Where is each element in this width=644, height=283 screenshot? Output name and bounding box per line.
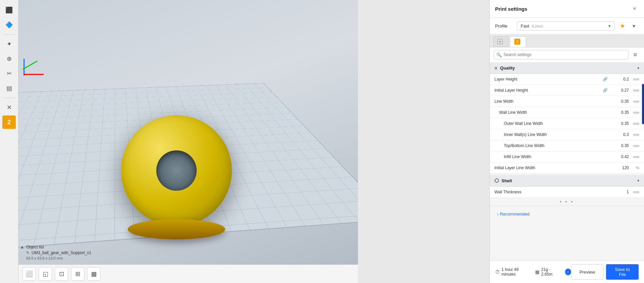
info-button[interactable]: i [565, 269, 571, 275]
setting-unit-outer-wall-line-width: mm [631, 122, 639, 126]
setting-name-wall-line-width: Wall Line Width [494, 110, 603, 115]
print-settings-panel: Print settings × Profile Fast 0.2mm ▾ ★ … [489, 0, 644, 283]
profile-dropdown-button[interactable]: ▾ [629, 21, 639, 31]
recommended-button[interactable]: ‹ Recommended [494, 210, 532, 218]
quality-section-icon: ≡ [494, 65, 497, 71]
save-to-file-button[interactable]: Save to File [606, 264, 639, 280]
layer-view-button[interactable]: ▤ [2, 82, 16, 95]
donut-rim [128, 219, 225, 239]
link-icon-layer-height[interactable]: 🔗 [603, 77, 608, 82]
setting-name-outer-wall-line-width: Outer Wall Line Width [494, 121, 603, 126]
setting-unit-initial-layer-line-width: % [631, 166, 639, 170]
search-bar: 🔍 ≡ [490, 47, 644, 62]
setting-name-line-width: Line Width [494, 99, 603, 104]
2d-view-button[interactable]: ◱ [39, 267, 52, 281]
setting-row-layer-height: Layer Height 🔗 mm [490, 74, 644, 85]
badge-tool-wrapper: 2 [2, 115, 16, 129]
preview-button[interactable]: Preview [571, 264, 603, 280]
profile-star-button[interactable]: ★ [618, 21, 627, 31]
axis-x [24, 74, 44, 75]
delete-tool-button[interactable]: ✕ [2, 101, 16, 114]
setting-row-initial-layer-line-width: Initial Layer Line Width 🔗 % [490, 162, 644, 174]
estimate-row: ⏱ 1 hour 49 minutes ▦ 21g · 2.65m i [495, 267, 571, 277]
arrange-button[interactable]: ⊞ [71, 267, 84, 281]
setting-value-wall-line-width[interactable] [610, 109, 631, 116]
profile-dropdown-icon: ▾ [608, 23, 611, 29]
object-filename: UM3_ball_gear_with_Support_v1 [32, 250, 91, 255]
split-tool-button[interactable]: ✂ [2, 67, 16, 80]
3d-viewport[interactable]: ▲ Object list ✎ UM3_ball_gear_with_Suppo… [0, 0, 358, 283]
setting-value-line-width[interactable] [610, 98, 631, 105]
shape-tool-button[interactable]: 🔷 [2, 18, 16, 32]
setting-name-initial-layer-height: Initial Layer Height [494, 88, 603, 93]
setting-value-topbottom-line-width[interactable] [610, 142, 631, 149]
action-buttons: Preview Save to File [571, 264, 639, 280]
recommended-bar: ‹ Recommended [490, 206, 644, 222]
setting-unit-topbottom-line-width: mm [631, 144, 639, 148]
profile-row: Profile Fast 0.2mm ▾ ★ ▾ [490, 18, 644, 34]
profile-value: Fast [521, 23, 529, 29]
setting-unit-infill-line-width: mm [631, 155, 639, 159]
tab-1[interactable]: × [493, 36, 509, 47]
panel-title: Print settings [495, 6, 527, 12]
merge-tool-button[interactable]: ✦ [2, 37, 16, 51]
setting-name-inner-wall-line-width: Inner Wall(s) Line Width [494, 132, 603, 137]
setting-value-inner-wall-line-width[interactable] [610, 131, 631, 138]
setting-unit-initial-layer-height: mm [631, 88, 639, 92]
setting-unit-wall-line-width: mm [631, 110, 639, 114]
tab-bar: × 2 [490, 34, 644, 47]
quality-section-label-group: ≡ Quality [494, 65, 515, 71]
settings-content[interactable]: ≡ Quality ▾ Layer Height 🔗 mm Initial La… [490, 62, 644, 261]
panel-header: Print settings × [490, 0, 644, 18]
profile-icons: ★ ▾ [618, 21, 639, 31]
setting-value-outer-wall-line-width[interactable] [610, 120, 631, 127]
setting-row-wall-thickness: Wall Thickness 🔗 mm [490, 187, 644, 198]
shell-section-label-group: ⬡ Shell [494, 178, 512, 184]
material-estimate: ▦ 21g · 2.65m [535, 267, 560, 277]
view-home-button[interactable]: ⬛ [2, 3, 16, 17]
tab-2-badge: 2 [514, 39, 520, 45]
quality-section-header[interactable]: ≡ Quality ▾ [490, 62, 644, 74]
search-input[interactable] [494, 50, 629, 59]
search-input-wrapper: 🔍 [494, 50, 629, 59]
setting-value-initial-layer-line-width[interactable] [610, 164, 631, 172]
tab-2[interactable]: 2 [510, 36, 526, 47]
setting-row-topbottom-line-width: Top/Bottom Line Width 🔗 mm [490, 140, 644, 151]
time-value: 1 hour 49 minutes [501, 267, 530, 277]
shell-section-header[interactable]: ⬡ Shell ▾ [490, 175, 644, 187]
panel-close-button[interactable]: × [631, 5, 639, 13]
object-list-label[interactable]: Object list [26, 245, 44, 249]
link-icon-initial-layer-height[interactable]: 🔗 [603, 88, 608, 93]
badge-tool-button[interactable]: 2 [2, 115, 16, 129]
toolbar-separator-2 [3, 98, 15, 98]
search-icon: 🔍 [496, 52, 502, 57]
shell-section-label: Shell [501, 178, 512, 183]
setting-value-layer-height[interactable] [610, 76, 631, 83]
settings-scrollbar [487, 114, 489, 181]
toolbar-separator-1 [3, 34, 15, 35]
settings-menu-button[interactable]: ≡ [631, 50, 640, 59]
mirror-button[interactable]: ⊡ [55, 267, 68, 281]
multiselect-button[interactable]: ▩ [87, 267, 100, 281]
setting-unit-line-width: mm [631, 99, 639, 103]
setting-unit-inner-wall-line-width: mm [631, 133, 639, 137]
scrollbar-thumb[interactable] [642, 84, 644, 124]
setting-row-initial-layer-height: Initial Layer Height 🔗 mm [490, 85, 644, 96]
setting-name-infill-line-width: Infill Line Width [494, 154, 603, 159]
setting-value-wall-thickness[interactable] [610, 188, 631, 196]
setting-unit-wall-thickness: mm [631, 190, 639, 194]
cube-view-button[interactable]: ⬜ [23, 267, 36, 281]
tab-1-close[interactable]: × [497, 39, 503, 44]
setting-value-infill-line-width[interactable] [610, 153, 631, 160]
profile-label: Profile [495, 23, 514, 29]
axis-z [23, 60, 38, 70]
setting-value-initial-layer-height[interactable] [610, 87, 631, 94]
setting-row-wall-line-width: Wall Line Width 🔗 mm [490, 107, 644, 118]
support-tool-button[interactable]: ⊕ [2, 52, 16, 65]
quality-section-chevron: ▾ [637, 66, 639, 70]
donut-inner [156, 150, 197, 191]
profile-select[interactable]: Fast 0.2mm ▾ [517, 21, 614, 31]
object-dimensions: 63.0 x 63.0 x 13.0 mm [26, 256, 63, 260]
setting-row-outer-wall-line-width: Outer Wall Line Width 🔗 mm [490, 118, 644, 129]
axis-y [24, 59, 25, 76]
